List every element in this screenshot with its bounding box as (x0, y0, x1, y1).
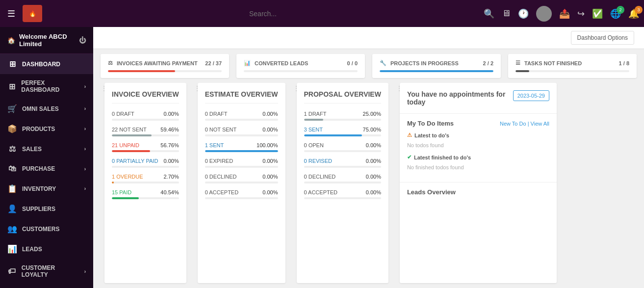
overview-item-label: 0 DRAFT (112, 111, 134, 117)
view-all-link[interactable]: View All (531, 121, 549, 127)
proposal-items: 1 DRAFT 25.00% 3 SENT 75.00% 0 OPEN 0.00… (304, 111, 381, 199)
leads-title: Leads Overview (407, 188, 549, 196)
appointments-text: You have no appointments for today (407, 90, 513, 106)
forward-icon[interactable]: ↪ (577, 8, 585, 19)
sidebar-item-omni-sales[interactable]: 🛒 OMNI SALES › (0, 99, 93, 119)
language-icon[interactable]: 🌐2 (610, 8, 621, 19)
avatar[interactable] (536, 6, 552, 22)
overview-item-header: 0 EXPIRED 0.00% (205, 158, 278, 164)
sidebar-label-inventory: INVENTORY (22, 185, 56, 192)
latest-todos-title: ⚠ Latest to do's (407, 132, 549, 138)
notifications-badge: 3 (635, 6, 643, 14)
chevron-icon-products: › (84, 126, 86, 131)
overview-item-label: 0 NOT SENT (205, 127, 237, 132)
sidebar-label-sales: SALES (22, 146, 42, 153)
invoice-drag-handle[interactable]: ⋮⋮ (101, 83, 104, 283)
power-icon[interactable]: ⏻ (79, 36, 86, 44)
overview-item-percent: 59.46% (160, 127, 179, 132)
stat-bar-invoices-awaiting (108, 70, 222, 72)
proposal-overview-title: PROPOSAL OVERVIEW (304, 90, 381, 104)
overview-item-bar-fill (205, 150, 278, 152)
sidebar-icon-omni-sales: 🛒 (7, 104, 17, 113)
notifications-icon[interactable]: 🔔3 (628, 8, 639, 19)
stat-card-header-invoices-awaiting: ⚖ INVOICES AWAITING PAYMENT 22 / 37 (108, 60, 222, 66)
overview-item-bar (205, 150, 278, 152)
estimate-drag-handle[interactable]: ⋮⋮ (194, 83, 198, 283)
overview-item-percent: 25.00% (363, 111, 381, 117)
sidebar-item-products[interactable]: 📦 PRODUCTS › (0, 119, 93, 139)
overview-item-percent: 0.00% (262, 111, 278, 117)
overview-item: 0 REVISED 0.00% (304, 158, 381, 168)
monitor-icon[interactable]: 🖥 (502, 8, 511, 19)
latest-finished-title: ✔ Latest finished to do's (407, 154, 549, 160)
sidebar-item-chat[interactable]: 💬 CHAT (0, 284, 93, 288)
stat-label-converted-leads: CONVERTED LEADS (255, 60, 308, 66)
overview-item-percent: 40.54% (160, 189, 179, 195)
overview-item: 0 DECLINED 0.00% (205, 174, 278, 183)
overview-item-bar (304, 134, 381, 136)
sidebar-icon-customers: 👥 (7, 224, 17, 234)
welcome-text: Welcome ABCD Limited (19, 33, 75, 48)
overview-item: 0 NOT SENT 0.00% (205, 127, 278, 136)
sidebar-item-customer-loyalty[interactable]: 🏷 CUSTOMER LOYALTY › (0, 259, 93, 284)
overview-item-label: 15 PAID (112, 189, 131, 195)
invoice-items: 0 DRAFT 0.00% 22 NOT SENT 59.46% 21 UNPA… (112, 111, 179, 199)
stat-value-invoices-awaiting: 22 / 37 (205, 60, 222, 66)
stat-bar-projects-in-progress (380, 70, 493, 72)
search-icon[interactable]: 🔍 (484, 8, 494, 19)
overview-item-bar (304, 166, 381, 168)
overview-item-bar-fill (112, 197, 139, 199)
right-drag-handle[interactable]: ⋮⋮ (396, 83, 400, 283)
overview-item-percent: 0.00% (366, 142, 381, 148)
overview-item-bar (112, 150, 179, 152)
stat-card-invoices-awaiting: ⚖ INVOICES AWAITING PAYMENT 22 / 37 (101, 54, 229, 78)
stat-icon-invoices-awaiting: ⚖ (108, 60, 113, 66)
invoice-overview-panel: INVOICE OVERVIEW 0 DRAFT 0.00% 22 NOT SE… (104, 83, 186, 283)
overview-item-label: 0 PARTIALLY PAID (112, 158, 158, 164)
overview-item-header: 0 OPEN 0.00% (304, 142, 381, 148)
stat-card-converted-leads: 📊 CONVERTED LEADS 0 / 0 (236, 54, 365, 78)
todo-header: My To Do Items New To Do | View All (407, 120, 549, 127)
dashboard-options-button[interactable]: Dashboard Options (571, 31, 634, 45)
overview-item-bar (304, 119, 381, 121)
chevron-icon-omni-sales: › (84, 106, 86, 111)
sidebar-item-leads[interactable]: 📊 LEADS (0, 239, 93, 259)
overview-item-percent: 0.00% (366, 189, 381, 195)
history-icon[interactable]: 🕐 (518, 8, 529, 19)
stat-card-projects-in-progress: 🔧 PROJECTS IN PROGRESS 2 / 2 (372, 54, 501, 78)
sidebar-item-inventory[interactable]: 📋 INVENTORY › (0, 179, 93, 199)
sidebar-item-customers[interactable]: 👥 CUSTOMERS (0, 219, 93, 239)
check-icon[interactable]: ✅ (592, 8, 603, 19)
new-todo-link[interactable]: New To Do (500, 121, 526, 127)
export-icon[interactable]: 📤 (559, 8, 570, 19)
sidebar-items-container: ⊞ DASHBOARD ⊞ PERFEX DASHBOARD › 🛒 OMNI … (0, 54, 93, 288)
sidebar-label-purchase: PURCHASE (22, 165, 55, 172)
sidebar-item-perfex-dashboard[interactable]: ⊞ PERFEX DASHBOARD › (0, 74, 93, 99)
appointments-date-button[interactable]: 2023-05-29 (513, 90, 549, 101)
overview-item-bar (112, 197, 179, 199)
overview-item-header: 1 OVERDUE 2.70% (112, 174, 179, 180)
stat-label-projects-in-progress: PROJECTS IN PROGRESS (390, 60, 459, 66)
overview-item-label: 1 OVERDUE (112, 174, 143, 180)
latest-todos-empty: No todos found (407, 140, 549, 150)
appointments-section: You have no appointments for today 2023-… (400, 83, 557, 114)
overview-item: 0 OPEN 0.00% (304, 142, 381, 152)
sidebar-item-suppliers[interactable]: 👤 SUPPLIERS (0, 199, 93, 219)
sidebar-item-dashboard[interactable]: ⊞ DASHBOARD (0, 54, 93, 74)
proposal-drag-handle[interactable]: ⋮⋮ (293, 83, 297, 283)
stat-icon-converted-leads: 📊 (244, 60, 251, 66)
stat-value-tasks-not-finished: 1 / 8 (619, 60, 629, 66)
search-input[interactable] (189, 10, 336, 18)
menu-icon[interactable]: ☰ (5, 6, 18, 22)
latest-finished-empty: No finished todos found (407, 162, 549, 172)
sidebar-item-purchase[interactable]: 🛍 PURCHASE › (0, 159, 93, 179)
sidebar-icon-suppliers: 👤 (7, 204, 17, 213)
stat-cards: ⚖ INVOICES AWAITING PAYMENT 22 / 37 📊 CO… (93, 49, 644, 83)
sidebar-label-leads: LEADS (22, 246, 42, 253)
stat-value-projects-in-progress: 2 / 2 (483, 60, 493, 66)
chevron-icon-sales: › (84, 146, 86, 152)
overview-item-percent: 0.00% (366, 174, 381, 180)
stat-bar-tasks-not-finished (515, 70, 629, 72)
warn-icon: ⚠ (407, 132, 412, 138)
sidebar-item-sales[interactable]: ⚖ SALES › (0, 139, 93, 159)
